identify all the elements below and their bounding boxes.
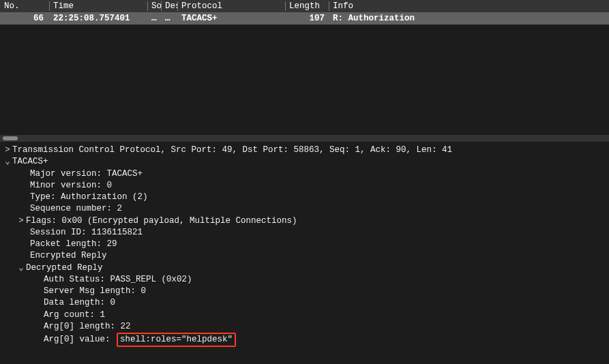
pane-divider[interactable] xyxy=(0,135,609,142)
divider-handle-icon xyxy=(3,136,18,140)
tree-row-tacacs[interactable]: ⌄ TACACS+ xyxy=(0,156,609,168)
tree-row-major[interactable]: Major version: TACACS+ xyxy=(0,168,609,180)
field-arg0-value: shell:roles="helpdesk" xyxy=(117,333,236,347)
tree-row-dlen[interactable]: Data length: 0 xyxy=(0,297,609,309)
col-header-protocol[interactable]: Protocol xyxy=(177,1,285,12)
cell-time: 22:25:08.757401 xyxy=(49,13,147,24)
field-data-length: Data length: 0 xyxy=(44,297,115,309)
chevron-down-icon[interactable]: ⌄ xyxy=(16,262,26,274)
tree-row-dec[interactable]: ⌄Decrypted Reply xyxy=(0,262,609,274)
tree-row-tcp[interactable]: > Transmission Control Protocol, Src Por… xyxy=(0,145,609,156)
chevron-down-icon[interactable]: ⌄ xyxy=(3,156,12,168)
field-decrypted-reply: Decrypted Reply xyxy=(26,262,103,274)
col-header-time[interactable]: Time xyxy=(49,1,147,12)
cell-length: 107 xyxy=(285,13,329,24)
chevron-right-icon[interactable]: > xyxy=(16,215,26,227)
packet-detail-pane: > Transmission Control Protocol, Src Por… xyxy=(0,142,609,364)
cell-info: R: Authorization xyxy=(329,13,609,24)
field-session-id: Session ID: 1136115821 xyxy=(30,227,143,239)
packet-row[interactable]: 66 22:25:08.757401 … … TACACS+ 107 R: Au… xyxy=(0,12,609,25)
tree-row-plen[interactable]: Packet length: 29 xyxy=(0,239,609,250)
cell-dest: … xyxy=(161,13,177,24)
tree-row-enc[interactable]: Encrypted Reply xyxy=(0,250,609,262)
cell-source: … xyxy=(147,13,161,24)
field-encrypted-reply: Encrypted Reply xyxy=(30,250,107,262)
cell-no: 66 xyxy=(0,13,49,24)
col-header-length[interactable]: Length xyxy=(285,1,329,12)
tacacs-label: TACACS+ xyxy=(12,156,48,168)
tcp-summary: Transmission Control Protocol, Src Port:… xyxy=(12,145,452,156)
packet-list: No. Time Source Destination Protocol Len… xyxy=(0,0,609,135)
field-packet-length: Packet length: 29 xyxy=(30,239,117,250)
col-header-dest[interactable]: Destination xyxy=(161,1,177,12)
tree-row-type[interactable]: Type: Authorization (2) xyxy=(0,192,609,203)
tree-row-minor[interactable]: Minor version: 0 xyxy=(0,180,609,192)
cell-protocol: TACACS+ xyxy=(177,13,285,24)
field-arg0-value-label: Arg[0] value: xyxy=(44,334,115,346)
tree-row-argc[interactable]: Arg count: 1 xyxy=(0,309,609,321)
field-arg-count: Arg count: 1 xyxy=(44,309,105,321)
field-auth-status: Auth Status: PASS_REPL (0x02) xyxy=(44,274,192,286)
chevron-right-icon[interactable]: > xyxy=(3,145,12,156)
tree-row-arg0val[interactable]: Arg[0] value: shell:roles="helpdesk" xyxy=(0,333,609,347)
packet-list-header: No. Time Source Destination Protocol Len… xyxy=(0,0,609,12)
packet-list-blank xyxy=(0,25,609,135)
field-server-msg-length: Server Msg length: 0 xyxy=(44,286,146,297)
tree-row-seq[interactable]: Sequence number: 2 xyxy=(0,203,609,215)
tree-row-flags[interactable]: >Flags: 0x00 (Encrypted payload, Multipl… xyxy=(0,215,609,227)
col-header-no[interactable]: No. xyxy=(0,1,49,12)
col-header-info[interactable]: Info xyxy=(329,1,609,12)
tree-row-session[interactable]: Session ID: 1136115821 xyxy=(0,227,609,239)
field-sequence: Sequence number: 2 xyxy=(30,203,122,215)
field-type: Type: Authorization (2) xyxy=(30,192,148,203)
field-minor-version: Minor version: 0 xyxy=(30,180,112,192)
field-major-version: Major version: TACACS+ xyxy=(30,168,143,180)
field-arg0-length: Arg[0] length: 22 xyxy=(44,321,131,333)
field-flags: Flags: 0x00 (Encrypted payload, Multiple… xyxy=(26,215,297,227)
col-header-source[interactable]: Source xyxy=(147,1,161,12)
tree-row-arg0len[interactable]: Arg[0] length: 22 xyxy=(0,321,609,333)
tree-row-auth[interactable]: Auth Status: PASS_REPL (0x02) xyxy=(0,274,609,286)
tree-row-smsg[interactable]: Server Msg length: 0 xyxy=(0,286,609,297)
